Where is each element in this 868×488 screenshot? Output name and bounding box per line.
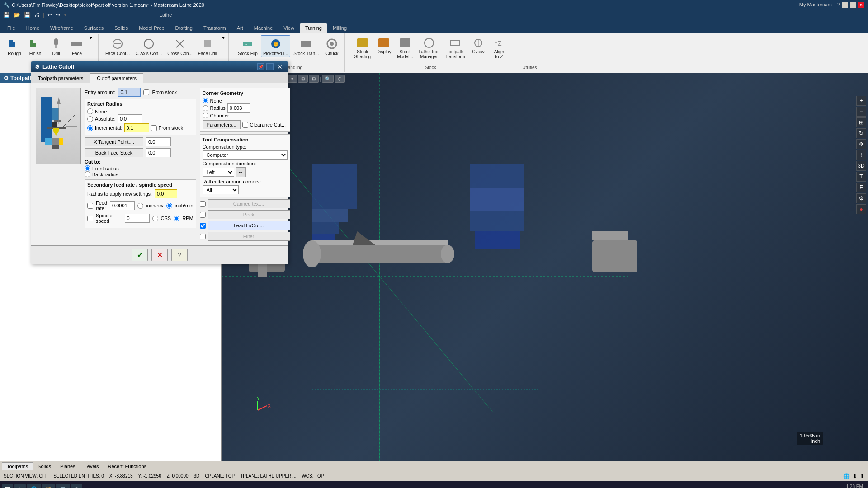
tab-solids[interactable]: Solids [109,23,133,33]
retract-none-radio[interactable] [87,108,93,114]
pickoff-btn[interactable]: ✊ Pickoff/Pul... [261,35,290,57]
taskbar-app3[interactable]: ⚙ [71,484,82,488]
tab-machine[interactable]: Machine [249,23,278,33]
from-stock-checkbox1[interactable] [143,89,149,95]
dialog-tab-cutoff[interactable]: Cutoff parameters [90,73,143,83]
start-btn[interactable]: ⊞ [2,484,13,488]
inch-rev-radio[interactable] [137,203,143,209]
tab-art[interactable]: Art [231,23,249,33]
zoom-out-btn[interactable]: − [856,107,866,117]
minimize-button[interactable]: ─ [842,2,848,8]
feed-rate-cb[interactable] [87,203,93,209]
filter-btn[interactable]: Filter [208,232,290,241]
back-radius-radio[interactable] [85,171,90,177]
rpm-radio[interactable] [174,216,179,221]
inch-min-radio[interactable] [166,203,172,209]
general-more[interactable]: ▼ [89,35,93,40]
cview-btn[interactable]: Cview [468,35,488,56]
tab-recent[interactable]: Recent Functions [104,463,151,470]
taskbar-app1[interactable]: 📁 [42,484,55,488]
tab-modelprep[interactable]: Model Prep [133,23,170,33]
cg-chamfer-radio[interactable] [203,113,208,118]
retract-absolute-input[interactable] [118,114,142,123]
save-quick-btn[interactable]: 💾 [2,11,11,19]
finish-btn[interactable]: Finish [25,35,45,57]
stock-tran-btn[interactable]: Stock Tran... [291,35,321,57]
taskbar-chrome[interactable]: 🌐 [27,484,41,488]
taskbar-app2[interactable]: 💻 [56,484,70,488]
x-tangent-input[interactable] [146,137,171,146]
display-btn[interactable]: Display [374,35,394,56]
retract-absolute-radio[interactable] [87,116,93,122]
back-face-btn[interactable]: Back Face Stock [85,148,143,157]
help-button[interactable]: ? [171,249,188,261]
undo-quick-btn[interactable]: ↩ [46,11,53,19]
entry-amount-input[interactable] [118,88,141,97]
print-quick-btn[interactable]: 🖨 [33,11,41,19]
dialog-min-btn[interactable]: ─ [266,63,274,70]
clearance-cut-cb[interactable] [242,122,248,128]
stock-shading-btn[interactable]: StockShading [352,35,373,61]
tab-file[interactable]: File [2,23,21,33]
taskbar-explorer[interactable]: 🗂 [14,484,26,488]
settings-btn[interactable]: ⚙ [856,193,866,203]
retract-incremental-input[interactable] [124,123,149,132]
save2-quick-btn[interactable]: 💾 [23,11,32,19]
tab-turning[interactable]: Turning [300,23,327,33]
lead-inout-btn[interactable]: Lead In/Out... [208,221,290,230]
face-btn[interactable]: Face [67,35,87,57]
close-button[interactable]: ✕ [858,2,864,8]
vt-btn3[interactable]: ✦ [287,75,297,83]
zoom-in-btn[interactable]: + [856,96,866,106]
comp-type-select[interactable]: Computer Wear Reverse Wear Off [203,150,288,160]
stock-flip-btn[interactable]: ↔ Stock Flip [236,35,260,57]
tab-toolpaths[interactable]: Toolpaths [2,462,33,470]
redo-quick-btn[interactable]: ↪ [54,11,61,19]
retract-incremental-radio[interactable] [87,125,93,131]
pan-btn[interactable]: ✥ [856,139,866,149]
front-radius-radio[interactable] [85,165,90,171]
cancel-button[interactable]: ✕ [151,249,168,261]
drill-btn[interactable]: Drill [46,35,66,57]
comp-dir-select[interactable]: Left Right [203,168,234,177]
tab-wireframe[interactable]: Wireframe [45,23,79,33]
vt-btn7[interactable]: ⬡ [335,75,345,83]
tab-view[interactable]: View [278,23,300,33]
status-up[interactable]: ⬆ [860,473,864,479]
comp-dir-icon-btn[interactable]: ↔ [236,167,246,177]
rotate-btn[interactable]: ↻ [856,128,866,138]
chuck-btn[interactable]: Chuck [322,35,342,57]
help-btn[interactable]: ? [837,2,840,8]
cg-none-radio[interactable] [203,98,208,103]
cross-con-btn[interactable]: Cross Con... [165,35,195,57]
radius-apply-input[interactable] [155,189,177,198]
filter-cb[interactable] [200,234,206,239]
tab-planes[interactable]: Planes [56,463,80,470]
vt-btn5[interactable]: ⊟ [309,75,319,83]
view-top-btn[interactable]: T [856,172,866,182]
ok-button[interactable]: ✔ [132,249,148,261]
align-to-z-btn[interactable]: ↑Z Alignto Z [489,35,509,61]
fit-btn[interactable]: ⊞ [856,117,866,127]
x-tangent-btn[interactable]: X Tangent Point.... [85,137,143,146]
vt-btn6[interactable]: 🔍 [322,75,334,83]
peck-btn[interactable]: Peck [208,210,290,219]
status-globe[interactable]: 🌐 [843,473,850,479]
back-face-input[interactable] [146,148,171,157]
cg-radius-radio[interactable] [203,105,208,111]
tab-levels[interactable]: Levels [80,463,104,470]
canned-text-cb[interactable] [200,201,206,207]
radius-input[interactable] [227,103,250,113]
face-drill-btn[interactable]: Face Drill [196,35,219,57]
vt-btn4[interactable]: ⊞ [298,75,308,83]
view-front-btn[interactable]: F [856,183,866,192]
canned-text-btn[interactable]: Canned text... [208,199,290,208]
peck-cb[interactable] [200,212,206,218]
caxis-con-btn[interactable]: C-Axis Con... [133,35,164,57]
tab-solids[interactable]: Solids [33,463,56,470]
tab-surfaces[interactable]: Surfaces [79,23,109,33]
lathe-tool-mgr-btn[interactable]: Lathe ToolManager [416,35,442,61]
tab-drafting[interactable]: Drafting [170,23,198,33]
face-cont-btn[interactable]: Face Cont... [103,35,132,57]
feed-rate-input[interactable] [110,201,135,210]
